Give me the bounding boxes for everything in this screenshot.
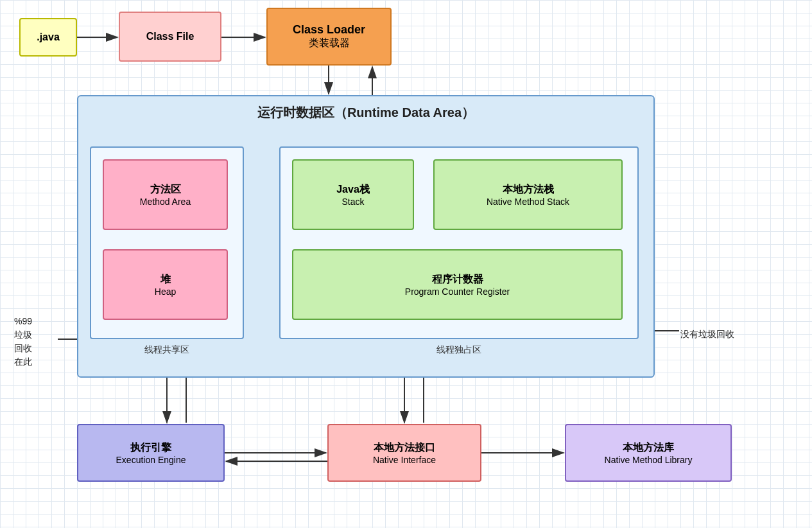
nativelib-en: Native Method Library [605, 455, 693, 465]
classfile-box: Class File [119, 12, 221, 62]
classloader-label-en: Class Loader [293, 23, 365, 37]
method-area-en: Method Area [140, 197, 191, 207]
nativestack-cn: 本地方法栈 [503, 183, 554, 197]
gc-annotation: %99垃圾回收在此 [14, 315, 32, 369]
classloader-label-cn: 类装载器 [309, 37, 350, 50]
execengine-en: Execution Engine [116, 455, 186, 465]
heap-en: Heap [155, 286, 176, 297]
pcr-cn: 程序计数器 [432, 273, 483, 286]
pcr-en: Program Counter Register [405, 286, 510, 297]
java-source-box: .java [19, 18, 77, 57]
shared-area-label: 线程共享区 [90, 344, 244, 356]
javastack-cn: Java栈 [336, 183, 370, 197]
nativeinterface-en: Native Interface [373, 455, 436, 465]
heap-box: 堆 Heap [103, 249, 228, 320]
native-method-stack-box: 本地方法栈 Native Method Stack [433, 159, 623, 230]
method-area-box: 方法区 Method Area [103, 159, 228, 230]
native-interface-box: 本地方法接口 Native Interface [327, 424, 481, 482]
classfile-label: Class File [146, 31, 194, 42]
nativeinterface-cn: 本地方法接口 [374, 441, 435, 455]
gc-annotation-text: %99垃圾回收在此 [14, 316, 32, 367]
javastack-en: Stack [341, 197, 364, 207]
execution-engine-box: 执行引擎 Execution Engine [77, 424, 225, 482]
heap-cn: 堆 [160, 273, 171, 286]
java-source-label: .java [37, 31, 60, 43]
no-gc-annotation-text: 没有垃圾回收 [680, 329, 734, 339]
no-gc-annotation: 没有垃圾回收 [680, 328, 734, 341]
diagram: .java Class File Class Loader 类装载器 运行时数据… [0, 0, 812, 528]
runtime-title: 运行时数据区（Runtime Data Area） [77, 104, 655, 121]
nativestack-en: Native Method Stack [487, 197, 569, 207]
method-area-cn: 方法区 [150, 183, 181, 197]
classloader-box: Class Loader 类装载器 [266, 8, 392, 66]
program-counter-box: 程序计数器 Program Counter Register [292, 249, 623, 320]
execengine-cn: 执行引擎 [130, 441, 171, 455]
exclusive-area-label: 线程独占区 [279, 344, 639, 356]
native-lib-box: 本地方法库 Native Method Library [565, 424, 732, 482]
java-stack-box: Java栈 Stack [292, 159, 414, 230]
nativelib-cn: 本地方法库 [623, 441, 674, 455]
